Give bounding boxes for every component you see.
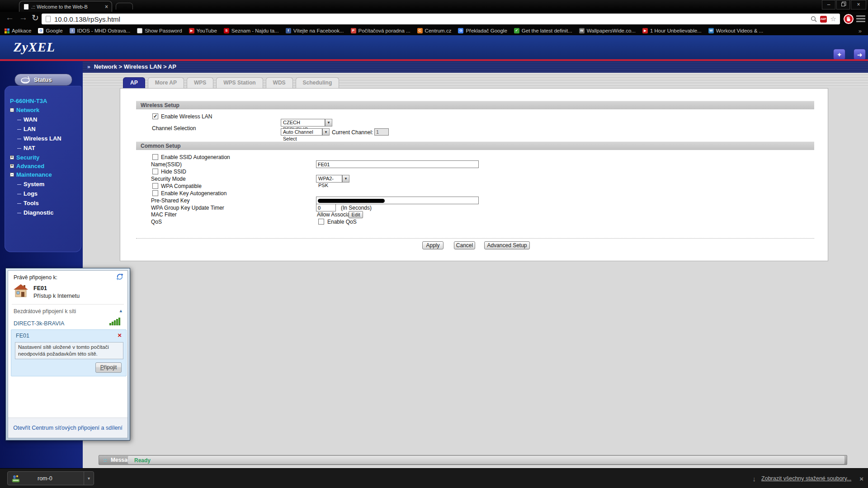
bookmark-star-icon[interactable]: ☆ — [830, 15, 836, 23]
bookmark-idos[interactable]: IIDOS - MHD Ostrava... — [70, 28, 131, 33]
browser-toolbar: ← → ↻ 10.0.0.138/rpSys.html ABP ☆ — [0, 12, 868, 26]
sidebar-item-tools[interactable]: Tools — [10, 200, 78, 206]
forward-icon[interactable]: → — [19, 13, 28, 23]
bookmark-poradna[interactable]: PPočítačová poradna ... — [351, 28, 410, 33]
minimize-button[interactable]: – — [822, 0, 835, 9]
apply-button[interactable]: Apply — [422, 241, 443, 249]
show-all-downloads-link[interactable]: Zobrazit všechny stažené soubory... — [761, 475, 851, 482]
group-key-timer-label: WPA Group Key Update Timer — [151, 205, 224, 211]
seznam-icon: S — [224, 28, 229, 33]
sidebar-item-diagnostic[interactable]: Diagnostic — [10, 209, 78, 216]
bookmark-1hour[interactable]: ▶1 Hour Unbelievable... — [642, 28, 702, 33]
expand-plus-icon[interactable]: + — [10, 155, 14, 160]
shelf-close-icon[interactable]: × — [859, 475, 863, 483]
connected-network-name[interactable]: FE01 — [33, 285, 47, 291]
download-chevron-icon[interactable]: ▾ — [84, 472, 94, 485]
poradna-icon: P — [351, 28, 356, 33]
network-item-direct[interactable]: DIRECT-3k-BRAVIA — [14, 320, 64, 327]
sidebar-item-wan[interactable]: WAN — [10, 116, 78, 123]
bookmark-definitions[interactable]: ✓Get the latest definit... — [514, 28, 572, 33]
download-item[interactable]: rom-0 ▾ — [7, 471, 94, 485]
bookmark-seznam[interactable]: SSeznam - Najdu ta... — [224, 28, 279, 33]
logout-icon[interactable]: ➜ — [854, 49, 866, 60]
sidebar-item-security[interactable]: +Security — [10, 154, 78, 161]
country-select-arrow-icon[interactable]: ▼ — [325, 119, 332, 127]
bookmark-show-password[interactable]: Show Password — [137, 28, 182, 33]
tab-wps-station[interactable]: WPS Station — [216, 77, 263, 88]
network-name[interactable]: FE01 — [16, 333, 29, 339]
country-select[interactable]: CZECH REPUBLIC — [281, 119, 325, 127]
name-ssid-input[interactable] — [316, 160, 479, 168]
url-text[interactable]: 10.0.0.138/rpSys.html — [54, 15, 811, 23]
router-admin-page: ZyXEL ✦ ➜ »Network > Wireless LAN > AP S… — [0, 35, 868, 468]
tab-wds[interactable]: WDS — [266, 77, 293, 88]
sidebar-item-maintenance[interactable]: -Maintenance — [10, 171, 78, 178]
refresh-icon[interactable] — [116, 272, 124, 281]
bookmark-facebook[interactable]: fVítejte na Facebook... — [286, 28, 344, 33]
status-button[interactable]: Status — [14, 74, 72, 86]
new-tab-button[interactable] — [116, 3, 133, 9]
status-label: Status — [34, 76, 52, 83]
error-cross-icon[interactable]: × — [118, 331, 122, 339]
tab-scheduling[interactable]: Scheduling — [296, 77, 340, 88]
bookmark-youtube[interactable]: ▶YouTube — [189, 28, 217, 33]
enable-qos-checkbox[interactable] — [318, 219, 324, 225]
reload-icon[interactable]: ↻ — [32, 13, 39, 23]
bookmarks-overflow-icon[interactable]: » — [859, 28, 862, 34]
ap-tabstrip: AP More AP WPS WPS Station WDS Schedulin… — [123, 77, 339, 88]
group-key-timer-input[interactable] — [316, 204, 336, 211]
sidebar-item-wireless-lan[interactable]: Wireless LAN — [10, 135, 78, 142]
bookmark-google[interactable]: GGoogle — [38, 28, 62, 33]
tab-ap[interactable]: AP — [123, 77, 145, 88]
cancel-button[interactable]: Cancel — [454, 241, 475, 249]
menu-icon[interactable] — [856, 15, 865, 23]
bookmark-translate[interactable]: GPřekladač Google — [458, 28, 507, 33]
tab-wps[interactable]: WPS — [187, 77, 213, 88]
key-autogeneration-checkbox[interactable] — [152, 190, 158, 196]
tab-more-ap[interactable]: More AP — [148, 77, 184, 88]
ssid-autogeneration-checkbox[interactable] — [152, 154, 158, 160]
close-button[interactable]: × — [851, 0, 866, 9]
screen: .:: Welcome to the Web-B × – × ← → ↻ 10.… — [0, 0, 868, 488]
sidebar-item-system[interactable]: System — [10, 181, 78, 188]
advanced-setup-button[interactable]: Advanced Setup — [484, 241, 530, 249]
key-autogeneration-label: Enable Key Autogeneration — [161, 190, 226, 197]
hide-ssid-checkbox[interactable] — [152, 169, 158, 174]
sidebar-item-lan[interactable]: LAN — [10, 126, 78, 132]
channel-select-arrow-icon[interactable]: ▼ — [322, 128, 330, 136]
network-sharing-center-link[interactable]: Otevřít Centrum síťových připojení a sdí… — [13, 425, 123, 431]
back-icon[interactable]: ← — [5, 13, 14, 23]
sidebar-item-advanced[interactable]: +Advanced — [10, 163, 78, 169]
collapse-chevron-icon[interactable]: ▴ — [119, 308, 122, 314]
connect-button[interactable]: Připojit — [95, 362, 122, 373]
page-favicon — [24, 4, 28, 9]
expand-plus-icon[interactable]: + — [10, 164, 14, 168]
collapse-minus-icon[interactable]: - — [10, 108, 14, 112]
security-mode-select[interactable]: WPA2-PSK — [316, 175, 342, 183]
sidebar-item-logs[interactable]: Logs — [10, 190, 78, 197]
tab-close-icon[interactable]: × — [104, 4, 109, 10]
adblock-plus-icon[interactable]: ABP — [820, 16, 827, 23]
bookmark-workout[interactable]: WWorkout Videos & ... — [708, 28, 763, 33]
zoom-icon[interactable] — [811, 16, 817, 23]
adblock-stop-hand-icon[interactable] — [844, 14, 854, 24]
browser-tab[interactable]: .:: Welcome to the Web-B × — [19, 1, 112, 12]
channel-select[interactable]: Auto Channel Select — [281, 128, 322, 136]
security-select-arrow-icon[interactable]: ▼ — [342, 175, 349, 183]
sidebar-item-nat[interactable]: NAT — [10, 145, 78, 151]
address-bar[interactable]: 10.0.0.138/rpSys.html ABP ☆ — [42, 14, 840, 24]
bookmark-wallpapers[interactable]: WWallpapersWide.co... — [579, 28, 636, 33]
enable-wireless-lan-checkbox[interactable]: ✓ — [152, 113, 158, 119]
bookmark-centrum[interactable]: CCentrum.cz — [417, 28, 452, 33]
window-controls: – × — [821, 0, 866, 9]
edit-button[interactable]: Edit — [349, 211, 363, 218]
divider — [12, 304, 124, 305]
wpa-compatible-checkbox[interactable] — [152, 183, 158, 189]
restore-button[interactable] — [836, 0, 850, 9]
sidebar-item-network[interactable]: -Network — [10, 107, 78, 113]
network-item-fe01[interactable]: FE01 × Nastavení sítě uložené v tomto po… — [11, 329, 127, 376]
wizard-icon[interactable]: ✦ — [833, 49, 845, 60]
collapse-minus-icon[interactable]: - — [10, 173, 14, 177]
connected-to-label: Právě připojeno k: — [14, 274, 57, 281]
apps-shortcut[interactable]: Aplikace — [5, 28, 31, 33]
